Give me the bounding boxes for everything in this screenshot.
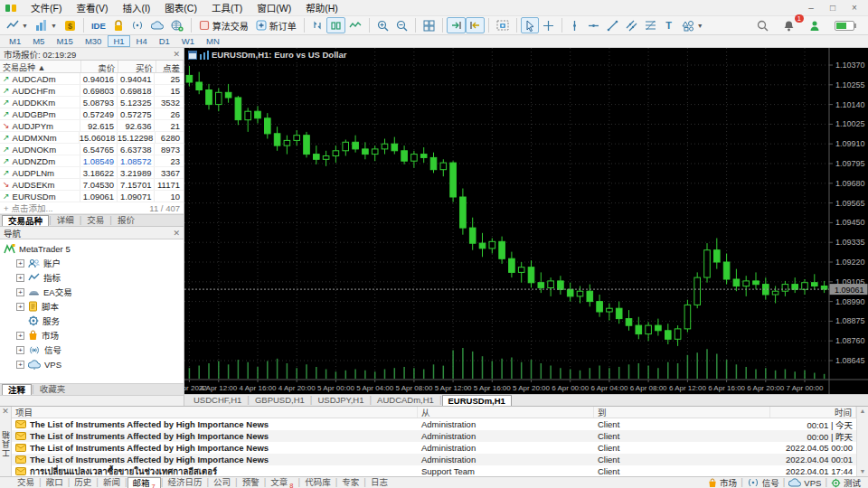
toolbox-tab-5[interactable]: 邮箱 7: [127, 477, 161, 488]
mail-row[interactable]: The List of Instruments Affected by High…: [12, 430, 856, 442]
tree-item[interactable]: +EA交易: [4, 285, 184, 299]
tree-item[interactable]: +信号: [4, 343, 184, 357]
table-row[interactable]: ↗AUDNZDm1.085491.0857223: [0, 155, 184, 167]
person-icon[interactable]: [806, 17, 824, 33]
close-button[interactable]: ×: [844, 2, 864, 14]
battery-icon[interactable]: [831, 17, 860, 33]
table-row[interactable]: ↗AUDCHFm0.698030.6981815: [0, 85, 184, 97]
toolbox-tab-9[interactable]: 文章 8: [266, 477, 297, 488]
menu-item[interactable]: 插入(I): [115, 1, 157, 15]
zoom-out-icon[interactable]: [392, 17, 411, 33]
channel-icon[interactable]: [622, 17, 641, 33]
expand-icon[interactable]: +: [16, 361, 24, 369]
tree-item[interactable]: +市场: [4, 328, 184, 343]
timeframe-w1[interactable]: W1: [176, 35, 200, 47]
timeframe-m15[interactable]: M15: [51, 35, 78, 47]
menu-item[interactable]: 窗口(W): [250, 1, 298, 15]
column-header[interactable]: 点差: [156, 61, 184, 72]
menu-item[interactable]: 查看(V): [69, 1, 115, 15]
dock-left-icon[interactable]: [447, 17, 466, 33]
signal-icon[interactable]: [127, 17, 147, 33]
tree-item[interactable]: +脚本: [4, 299, 184, 314]
vline-icon[interactable]: [566, 17, 584, 33]
search-icon[interactable]: [753, 17, 772, 33]
table-row[interactable]: ↗AUDPLNm3.186223.219893367: [0, 167, 184, 179]
menu-item[interactable]: 文件(F): [24, 1, 69, 15]
new-order-button[interactable]: 新订单: [252, 17, 300, 33]
column-header[interactable]: 项目: [12, 407, 418, 418]
screenshot-icon[interactable]: [493, 17, 513, 33]
toolbox-tab-3[interactable]: 历史: [70, 477, 96, 488]
profiles-icon[interactable]: ▼: [32, 17, 61, 33]
cloud-icon[interactable]: [147, 17, 167, 33]
toolbox-tab-11[interactable]: 专家: [337, 477, 363, 488]
toolbox-tab-1[interactable]: 交易: [13, 477, 39, 488]
timeframe-m1[interactable]: M1: [4, 35, 26, 47]
restore-button[interactable]: □: [823, 2, 843, 14]
column-header[interactable]: 卖价: [81, 61, 119, 72]
cursor-icon[interactable]: [521, 17, 539, 33]
dollar-icon[interactable]: $: [61, 17, 80, 33]
minimize-button[interactable]: –: [801, 2, 821, 14]
candles-mode-icon[interactable]: [326, 17, 345, 33]
table-row[interactable]: ↗AUDCADm0.940160.9404125: [0, 73, 184, 85]
toolbox-tab-6[interactable]: 经济日历: [163, 477, 206, 488]
navigator-tab[interactable]: 注释: [2, 384, 32, 395]
mail-row[interactable]: The List of Instruments Affected by High…: [12, 418, 856, 430]
trendline-icon[interactable]: [603, 17, 622, 33]
dock-right-icon[interactable]: [466, 17, 485, 33]
mail-row[interactable]: The List of Instruments Affected by High…: [12, 442, 856, 454]
fibo-icon[interactable]: [641, 17, 660, 33]
column-header[interactable]: 到: [594, 407, 770, 418]
table-row[interactable]: ↗AUDDKKm5.087935.123253532: [0, 97, 184, 108]
column-header[interactable]: 时间: [770, 407, 856, 418]
expand-icon[interactable]: +: [16, 259, 24, 267]
timeframe-m30[interactable]: M30: [80, 35, 107, 47]
chart-tab[interactable]: AUDCADm,H1: [372, 395, 439, 406]
market-watch-tab[interactable]: 交易: [81, 215, 109, 226]
chart-tab[interactable]: USDJPY,H1: [312, 395, 369, 406]
close-icon[interactable]: ✕: [173, 50, 180, 59]
tile-windows-icon[interactable]: [420, 17, 439, 33]
timeframe-h4[interactable]: H4: [131, 35, 153, 47]
ide-button[interactable]: IDE: [88, 17, 109, 33]
column-header[interactable]: 从: [418, 407, 594, 418]
text-tool-icon[interactable]: T: [660, 17, 678, 33]
tree-item[interactable]: +账户: [4, 256, 184, 270]
shapes-icon[interactable]: ▼: [678, 17, 707, 33]
toolbox-tab-12[interactable]: 日志: [366, 477, 392, 488]
timeframe-d1[interactable]: D1: [154, 35, 175, 47]
market-watch-tab[interactable]: 详细: [52, 215, 80, 226]
status-1[interactable]: 市场: [708, 476, 737, 488]
line-mode-icon[interactable]: [345, 17, 365, 33]
chart-canvas[interactable]: 1.103701.102551.101401.100251.099101.097…: [184, 48, 868, 394]
mailbox-scrollbar[interactable]: ▲ ▼: [856, 407, 868, 476]
chart-tab[interactable]: USDCHF,H1: [188, 395, 247, 406]
column-header[interactable]: 买价: [118, 61, 156, 72]
market-watch-tab[interactable]: 报价: [112, 215, 140, 226]
chart-tab[interactable]: EURUSDm,H1: [442, 395, 512, 406]
algo-trading-button[interactable]: 算法交易: [195, 17, 252, 33]
tree-item[interactable]: +指标: [4, 270, 184, 285]
hline-icon[interactable]: [584, 17, 603, 33]
market-watch-add-row[interactable]: + 点击添加... 11 / 407: [0, 202, 184, 214]
table-row[interactable]: ↗AUDGBPm0.572490.5727526: [0, 108, 184, 120]
table-row[interactable]: ↘AUDSEKm7.045307.1570111171: [0, 179, 184, 191]
market-watch-tab[interactable]: 交易品种: [2, 215, 49, 226]
table-row[interactable]: ↗AUDMXNm15.0601815.122986280: [0, 132, 184, 144]
toolbox-tab-4[interactable]: 新闻: [99, 477, 125, 488]
toolbox-tab-8[interactable]: 预警: [238, 477, 264, 488]
tree-root-metatrader5[interactable]: MetaTrader 5: [4, 241, 184, 256]
table-row[interactable]: ↗AUDNOKm6.547656.637388973: [0, 144, 184, 155]
table-row[interactable]: ↘AUDJPYm92.61592.63621: [0, 120, 184, 132]
community-icon[interactable]: [167, 17, 187, 33]
crosshair-icon[interactable]: [539, 17, 558, 33]
toolbox-tab-10[interactable]: 代码库: [300, 477, 335, 488]
timeframe-m5[interactable]: M5: [27, 35, 50, 47]
close-icon[interactable]: ✕: [173, 229, 180, 238]
chart-tab[interactable]: GBPUSD,H1: [250, 395, 310, 406]
toolbox-tab-2[interactable]: 敞口: [42, 477, 68, 488]
expand-icon[interactable]: +: [16, 274, 24, 282]
expand-icon[interactable]: +: [16, 303, 24, 311]
menu-item[interactable]: 图表(C): [157, 1, 204, 15]
